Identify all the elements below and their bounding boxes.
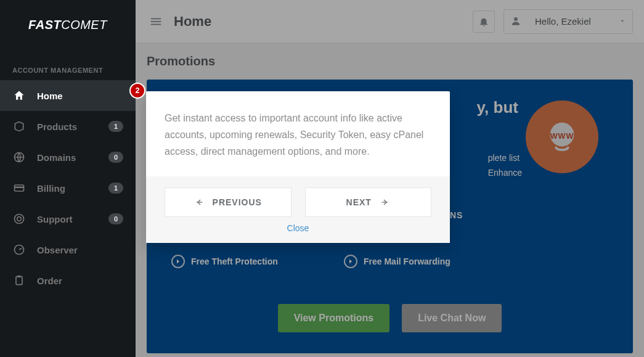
sidebar-item-label: Billing: [37, 183, 65, 194]
sidebar-item-support[interactable]: Support 0: [0, 203, 136, 234]
arrow-left-icon: [194, 197, 204, 207]
home-icon: [12, 89, 26, 102]
tour-body: Get instant access to important account …: [146, 91, 450, 176]
sidebar-item-label: Order: [37, 276, 62, 286]
box-icon: [12, 120, 26, 133]
sidebar-section-label: ACCOUNT MANAGEMENT: [0, 49, 136, 80]
card-icon: [12, 181, 26, 195]
tour-next-label: NEXT: [346, 197, 372, 207]
tour-footer: PREVIOUS NEXT Close: [146, 176, 450, 243]
sidebar-badge: 0: [108, 213, 123, 224]
svg-rect-6: [16, 276, 22, 284]
svg-point-3: [15, 215, 24, 224]
sidebar-item-billing[interactable]: Billing 1: [0, 173, 136, 203]
brand-logo: FASTCOMET: [0, 0, 136, 49]
gauge-icon: [12, 243, 26, 256]
brand-part2: COMET: [61, 18, 107, 32]
sidebar-item-observer[interactable]: Observer: [0, 234, 136, 265]
arrow-right-icon: [380, 197, 390, 207]
tour-modal: Get instant access to important account …: [146, 91, 450, 243]
sidebar: FASTCOMET ACCOUNT MANAGEMENT Home Produc…: [0, 0, 136, 357]
sidebar-item-order[interactable]: Order: [0, 265, 136, 296]
sidebar-item-label: Observer: [37, 245, 78, 255]
sidebar-item-domains[interactable]: Domains 0: [0, 142, 136, 173]
sidebar-item-label: Products: [37, 121, 77, 132]
sidebar-badge: 1: [108, 183, 123, 194]
sidebar-item-label: Home: [37, 91, 63, 101]
tour-close-link[interactable]: Close: [287, 223, 309, 233]
svg-rect-7: [18, 276, 21, 277]
clipboard-icon: [12, 274, 26, 287]
sidebar-badge: 1: [108, 121, 123, 132]
brand-part1: FAST: [28, 18, 61, 32]
globe-icon: [12, 150, 26, 164]
tour-step-badge: 2: [129, 83, 145, 99]
tour-previous-label: PREVIOUS: [213, 197, 262, 207]
sidebar-badge: 0: [108, 152, 123, 163]
svg-rect-2: [15, 187, 24, 189]
sidebar-item-products[interactable]: Products 1: [0, 111, 136, 142]
tour-next-button[interactable]: NEXT: [305, 187, 432, 217]
lifebuoy-icon: [12, 212, 26, 226]
svg-point-4: [17, 217, 22, 221]
tour-previous-button[interactable]: PREVIOUS: [165, 187, 291, 217]
sidebar-item-home[interactable]: Home: [0, 80, 136, 111]
sidebar-item-label: Support: [37, 214, 73, 224]
sidebar-item-label: Domains: [37, 152, 76, 163]
